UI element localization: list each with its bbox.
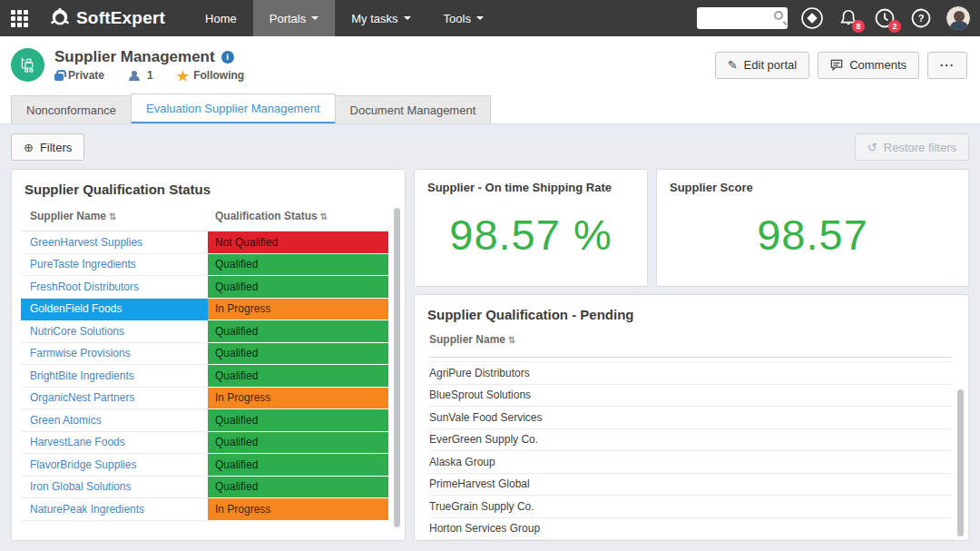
table-row[interactable]: FlavorBridge SuppliesQualified bbox=[21, 454, 388, 477]
star-icon: ★ bbox=[177, 69, 189, 83]
plus-circle-icon: ⊕ bbox=[24, 142, 34, 153]
pending-tasks-badge: 2 bbox=[888, 20, 901, 33]
tab-nonconformance[interactable]: Nonconformance bbox=[11, 95, 132, 123]
lock-icon bbox=[54, 74, 64, 81]
following-toggle[interactable]: ★ Following bbox=[177, 69, 244, 83]
svg-text:?: ? bbox=[918, 13, 925, 24]
portal-tabs: Nonconformance Evaluation Supplier Manag… bbox=[0, 93, 980, 124]
comment-icon bbox=[830, 59, 843, 71]
scrollbar-thumb[interactable] bbox=[394, 208, 400, 527]
qualification-status-cell: Qualified bbox=[208, 320, 388, 343]
qualification-status-cell: Qualified bbox=[208, 454, 388, 477]
edit-portal-button[interactable]: ✎ Edit portal bbox=[715, 52, 809, 79]
supplier-name-link[interactable]: Iron Global Solutions bbox=[21, 477, 208, 499]
column-header-supplier-name[interactable]: Supplier Name⇅ bbox=[21, 210, 208, 222]
supplier-name-link[interactable]: FreshRoot Distributors bbox=[21, 276, 208, 299]
table-row[interactable]: GreenHarvest SuppliesNot Qualified bbox=[21, 231, 388, 254]
main-menu: Home Portals My tasks Tools bbox=[189, 0, 500, 36]
sort-icon[interactable]: ⇅ bbox=[508, 335, 515, 345]
menu-my-tasks[interactable]: My tasks bbox=[335, 0, 426, 36]
list-item[interactable]: SunVale Food Services bbox=[429, 407, 952, 429]
supplier-name-link[interactable]: NaturePeak Ingredients bbox=[21, 498, 208, 521]
list-item[interactable]: Horton Services Group bbox=[429, 518, 952, 541]
table-row[interactable]: OrganicNest PartnersIn Progress bbox=[21, 388, 388, 410]
tab-document-management[interactable]: Document Management bbox=[335, 95, 492, 123]
notifications-badge: 8 bbox=[852, 20, 865, 33]
supplier-name-link[interactable]: Green Atomics bbox=[21, 409, 208, 432]
qualification-status-cell: Qualified bbox=[208, 477, 388, 499]
supplier-name-link[interactable]: PureTaste Ingredients bbox=[21, 254, 208, 277]
table-row[interactable]: Iron Global SolutionsQualified bbox=[21, 477, 388, 499]
quick-access-icon[interactable] bbox=[800, 6, 824, 30]
brand-logo[interactable]: SoftExpert bbox=[50, 8, 165, 28]
help-icon[interactable]: ? bbox=[909, 6, 933, 30]
user-avatar[interactable] bbox=[946, 5, 971, 31]
comments-button[interactable]: Comments bbox=[818, 52, 919, 79]
menu-home[interactable]: Home bbox=[189, 0, 253, 36]
sort-icon[interactable]: ⇅ bbox=[320, 212, 328, 221]
qualification-status-cell: Qualified bbox=[208, 254, 388, 277]
supplier-name-link[interactable]: NutriCore Solutions bbox=[21, 320, 208, 343]
column-header-qualification-status[interactable]: Qualification Status⇅ bbox=[208, 210, 388, 222]
table-row[interactable]: NaturePeak IngredientsIn Progress bbox=[21, 498, 388, 521]
filters-button[interactable]: ⊕ Filters bbox=[11, 133, 84, 161]
table-row[interactable]: NutriCore SolutionsQualified bbox=[21, 320, 388, 343]
list-item[interactable]: BlueSprout Solutions bbox=[429, 385, 952, 408]
supplier-name-link[interactable]: HarvestLane Foods bbox=[21, 432, 208, 455]
table-row[interactable]: PureTaste IngredientsQualified bbox=[21, 254, 388, 277]
qualification-status-cell: Qualified bbox=[208, 365, 388, 388]
sort-icon[interactable]: ⇅ bbox=[109, 212, 116, 221]
shipping-rate-value: 98.57 % bbox=[415, 210, 647, 260]
column-header-supplier-name[interactable]: Supplier Name⇅ bbox=[429, 333, 952, 358]
menu-tools[interactable]: Tools bbox=[427, 0, 500, 36]
info-icon[interactable]: i bbox=[221, 51, 234, 64]
members-count[interactable]: 1 bbox=[128, 69, 153, 82]
scrollbar-thumb[interactable] bbox=[957, 389, 964, 536]
page-title: Supplier Management bbox=[54, 48, 215, 66]
supplier-name-link[interactable]: Farmwise Provisions bbox=[21, 343, 208, 366]
menu-portals[interactable]: Portals bbox=[253, 0, 335, 36]
pending-table: Supplier Name⇅ AgriPure DistributorsBlue… bbox=[429, 333, 952, 540]
supplier-name-link[interactable]: OrganicNest Partners bbox=[21, 388, 208, 410]
ellipsis-icon: ··· bbox=[940, 58, 955, 72]
widget-qualification-pending: Supplier Qualification - Pending Supplie… bbox=[414, 294, 969, 541]
widget-title: Supplier Qualification - Pending bbox=[415, 295, 968, 322]
more-options-button[interactable]: ··· bbox=[927, 52, 967, 79]
notifications-bell-icon[interactable]: 8 bbox=[837, 6, 860, 30]
supplier-name-link[interactable]: GreenHarvest Supplies bbox=[21, 231, 208, 254]
table-row[interactable]: Green AtomicsQualified bbox=[21, 409, 388, 432]
portal-icon[interactable] bbox=[11, 48, 44, 82]
table-row[interactable]: Farmwise ProvisionsQualified bbox=[21, 343, 388, 366]
softexpert-gear-icon bbox=[50, 8, 70, 28]
privacy-status: Private bbox=[54, 69, 104, 82]
top-navbar: SoftExpert Home Portals My tasks Tools 8… bbox=[0, 0, 980, 36]
chevron-down-icon bbox=[476, 16, 484, 20]
qualification-table: Supplier Name⇅ Qualification Status⇅ Gre… bbox=[21, 210, 388, 521]
qualification-table-body: GreenHarvest SuppliesNot QualifiedPureTa… bbox=[21, 231, 388, 521]
table-row[interactable]: BrightBite IngredientsQualified bbox=[21, 365, 388, 388]
supplier-name-link[interactable]: BrightBite Ingredients bbox=[21, 365, 208, 388]
pending-tasks-clock-icon[interactable]: 2 bbox=[873, 6, 897, 30]
restore-filters-button[interactable]: ↺ Restore filters bbox=[855, 133, 969, 161]
supplier-name-link[interactable]: FlavorBridge Supplies bbox=[21, 454, 208, 477]
widget-title: Supplier - On time Shipping Rate bbox=[415, 170, 647, 194]
list-item[interactable]: TrueGrain Supply Co. bbox=[429, 496, 952, 518]
users-icon bbox=[128, 71, 142, 81]
portal-header: Supplier Management i Private 1 ★ Follow… bbox=[0, 36, 980, 93]
table-row[interactable]: FreshRoot DistributorsQualified bbox=[21, 276, 388, 299]
list-item[interactable]: EverGreen Supply Co. bbox=[429, 429, 952, 452]
app-grid-icon[interactable] bbox=[11, 10, 28, 27]
list-item[interactable]: Alaska Group bbox=[429, 451, 952, 474]
table-row[interactable]: HarvestLane FoodsQualified bbox=[21, 432, 388, 455]
search-icon[interactable] bbox=[774, 11, 783, 20]
qualification-status-cell: Qualified bbox=[208, 432, 388, 455]
list-item[interactable]: PrimeHarvest Global bbox=[429, 474, 952, 497]
table-row[interactable]: GoldenField FoodsIn Progress bbox=[21, 299, 388, 321]
tab-evaluation-supplier-management[interactable]: Evaluation Supplier Management bbox=[131, 93, 336, 123]
widget-title: Supplier Qualification Status bbox=[12, 170, 405, 197]
list-item[interactable]: AgriPure Distributors bbox=[429, 362, 952, 385]
search-box bbox=[697, 7, 788, 29]
pending-table-body: AgriPure DistributorsBlueSprout Solution… bbox=[429, 362, 952, 540]
supplier-name-link[interactable]: GoldenField Foods bbox=[21, 299, 208, 321]
qualification-status-cell: Qualified bbox=[208, 276, 388, 299]
